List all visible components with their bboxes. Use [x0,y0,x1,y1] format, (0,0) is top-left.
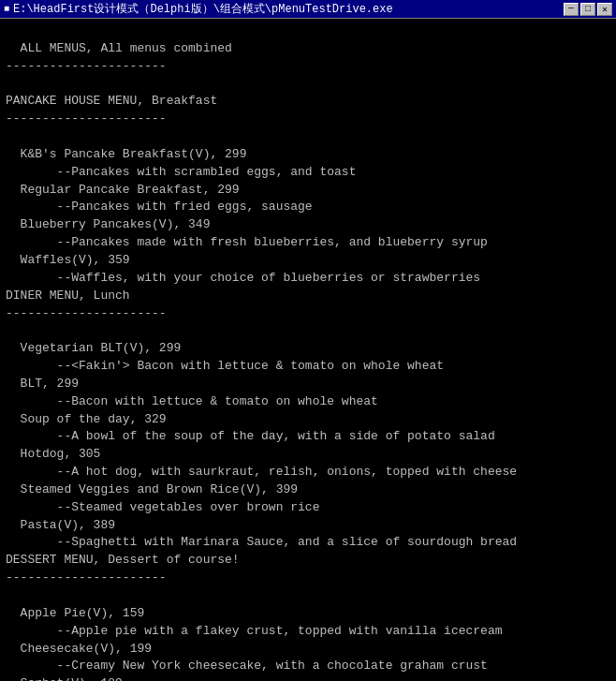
title-bar-controls: ─ □ ✕ [564,3,612,16]
console-output: ALL MENUS, All menus combined ----------… [0,19,616,681]
title-bar-left: ■ E:\HeadFirst设计模式（Delphi版）\组合模式\pMenuTe… [4,1,393,17]
output-text: ALL MENUS, All menus combined ----------… [6,41,524,681]
app-icon: ■ [4,4,9,14]
close-button[interactable]: ✕ [597,3,612,16]
title-bar: ■ E:\HeadFirst设计模式（Delphi版）\组合模式\pMenuTe… [0,0,616,19]
minimize-button[interactable]: ─ [564,3,579,16]
window-title: E:\HeadFirst设计模式（Delphi版）\组合模式\pMenuTest… [13,1,393,17]
maximize-button[interactable]: □ [580,3,595,16]
